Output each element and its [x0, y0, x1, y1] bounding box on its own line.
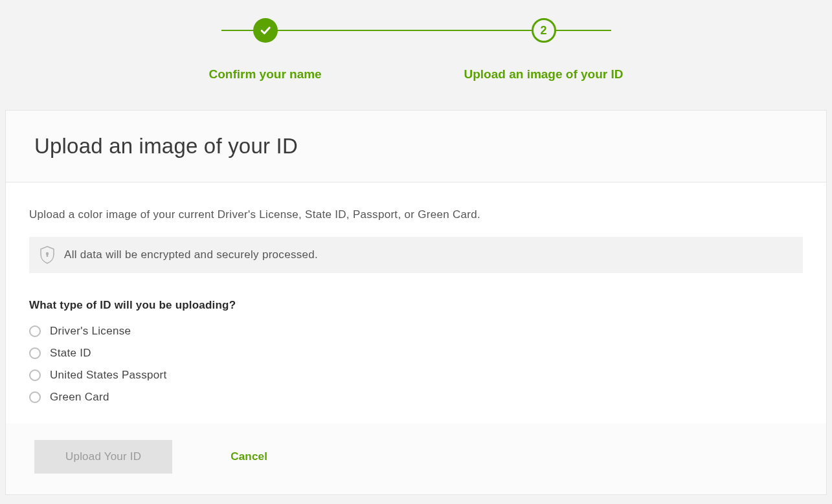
main-card: Upload an image of your ID Upload a colo…: [5, 110, 827, 495]
step-2: 2 Upload an image of your ID: [464, 18, 624, 82]
step-2-label: Upload an image of your ID: [464, 67, 624, 82]
card-body: Upload a color image of your current Dri…: [6, 182, 826, 423]
card-footer: Upload Your ID Cancel: [6, 423, 826, 494]
notice-text: All data will be encrypted and securely …: [64, 248, 318, 261]
stepper: Confirm your name 2 Upload an image of y…: [209, 18, 624, 82]
radio-drivers-license[interactable]: Driver's License: [29, 325, 803, 338]
shield-icon: [39, 246, 55, 264]
radio-state-id[interactable]: State ID: [29, 347, 803, 360]
radio-circle-icon: [29, 369, 41, 381]
step-2-indicator: 2: [532, 18, 556, 43]
step-1: Confirm your name: [209, 18, 322, 82]
svg-rect-1: [47, 254, 48, 257]
upload-button[interactable]: Upload Your ID: [34, 440, 172, 474]
radio-green-card[interactable]: Green Card: [29, 391, 803, 404]
radio-label: Green Card: [50, 391, 109, 404]
stepper-container: Confirm your name 2 Upload an image of y…: [0, 0, 832, 110]
radio-label: United States Passport: [50, 369, 166, 382]
radio-group: Driver's License State ID United States …: [29, 325, 803, 404]
cancel-button[interactable]: Cancel: [230, 450, 267, 463]
radio-us-passport[interactable]: United States Passport: [29, 369, 803, 382]
radio-circle-icon: [29, 325, 41, 337]
radio-label: State ID: [50, 347, 91, 360]
step-1-label: Confirm your name: [209, 67, 322, 82]
question-label: What type of ID will you be uploading?: [29, 299, 803, 312]
radio-circle-icon: [29, 391, 41, 403]
security-notice: All data will be encrypted and securely …: [29, 237, 803, 273]
radio-circle-icon: [29, 347, 41, 359]
page-title: Upload an image of your ID: [34, 134, 803, 159]
card-header: Upload an image of your ID: [6, 111, 826, 182]
check-icon: [259, 24, 272, 37]
step-1-indicator: [253, 18, 278, 43]
radio-label: Driver's License: [50, 325, 131, 338]
intro-text: Upload a color image of your current Dri…: [29, 208, 803, 221]
